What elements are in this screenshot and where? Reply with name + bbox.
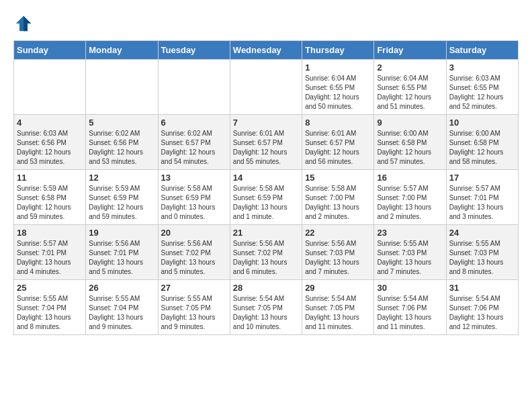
day-number: 14 bbox=[233, 173, 299, 183]
day-info: Sunrise: 5:55 AM Sunset: 7:05 PM Dayligh… bbox=[161, 294, 227, 332]
day-info: Sunrise: 5:57 AM Sunset: 7:00 PM Dayligh… bbox=[377, 184, 443, 222]
day-number: 20 bbox=[161, 228, 227, 238]
week-row-5: 25Sunrise: 5:55 AM Sunset: 7:04 PM Dayli… bbox=[14, 280, 519, 335]
day-number: 17 bbox=[449, 173, 515, 183]
day-cell: 7Sunrise: 6:01 AM Sunset: 6:57 PM Daylig… bbox=[230, 115, 302, 170]
day-info: Sunrise: 5:56 AM Sunset: 7:03 PM Dayligh… bbox=[305, 239, 371, 277]
day-cell: 14Sunrise: 5:58 AM Sunset: 6:59 PM Dayli… bbox=[230, 170, 302, 225]
day-number: 21 bbox=[233, 228, 299, 238]
day-number: 6 bbox=[161, 118, 227, 128]
day-cell: 19Sunrise: 5:56 AM Sunset: 7:01 PM Dayli… bbox=[86, 225, 158, 280]
day-number: 9 bbox=[377, 118, 443, 128]
day-cell: 13Sunrise: 5:58 AM Sunset: 6:59 PM Dayli… bbox=[158, 170, 230, 225]
logo-icon bbox=[13, 13, 34, 34]
day-info: Sunrise: 6:02 AM Sunset: 6:56 PM Dayligh… bbox=[89, 129, 154, 167]
day-number: 2 bbox=[377, 62, 443, 73]
day-number: 8 bbox=[305, 118, 371, 128]
day-cell: 21Sunrise: 5:56 AM Sunset: 7:02 PM Dayli… bbox=[230, 225, 302, 280]
weekday-header-saturday: Saturday bbox=[446, 41, 518, 60]
day-cell: 6Sunrise: 6:02 AM Sunset: 6:57 PM Daylig… bbox=[158, 115, 230, 170]
day-number: 3 bbox=[449, 62, 515, 73]
day-cell: 2Sunrise: 6:04 AM Sunset: 6:55 PM Daylig… bbox=[374, 60, 446, 115]
day-info: Sunrise: 6:04 AM Sunset: 6:55 PM Dayligh… bbox=[377, 74, 443, 111]
svg-marker-1 bbox=[24, 16, 31, 32]
day-info: Sunrise: 5:59 AM Sunset: 6:58 PM Dayligh… bbox=[17, 184, 83, 222]
day-cell: 27Sunrise: 5:55 AM Sunset: 7:05 PM Dayli… bbox=[158, 280, 230, 335]
day-number: 1 bbox=[305, 62, 371, 73]
header-row: SundayMondayTuesdayWednesdayThursdayFrid… bbox=[14, 41, 519, 60]
day-info: Sunrise: 5:56 AM Sunset: 7:02 PM Dayligh… bbox=[161, 239, 227, 277]
day-cell: 8Sunrise: 6:01 AM Sunset: 6:57 PM Daylig… bbox=[302, 115, 374, 170]
day-info: Sunrise: 5:56 AM Sunset: 7:02 PM Dayligh… bbox=[233, 239, 299, 277]
day-number: 11 bbox=[17, 173, 83, 183]
day-cell: 20Sunrise: 5:56 AM Sunset: 7:02 PM Dayli… bbox=[158, 225, 230, 280]
day-number: 7 bbox=[233, 118, 299, 128]
day-number: 27 bbox=[161, 283, 227, 293]
day-number: 19 bbox=[89, 228, 154, 238]
day-number: 5 bbox=[89, 118, 154, 128]
day-number: 23 bbox=[377, 228, 443, 238]
day-cell bbox=[14, 60, 86, 115]
day-info: Sunrise: 5:55 AM Sunset: 7:03 PM Dayligh… bbox=[377, 239, 443, 277]
weekday-header-monday: Monday bbox=[86, 41, 158, 60]
week-row-1: 1Sunrise: 6:04 AM Sunset: 6:55 PM Daylig… bbox=[14, 60, 519, 115]
day-cell: 4Sunrise: 6:03 AM Sunset: 6:56 PM Daylig… bbox=[14, 115, 86, 170]
day-cell: 23Sunrise: 5:55 AM Sunset: 7:03 PM Dayli… bbox=[374, 225, 446, 280]
day-info: Sunrise: 5:55 AM Sunset: 7:04 PM Dayligh… bbox=[17, 294, 83, 332]
page-header bbox=[13, 13, 519, 34]
day-cell: 11Sunrise: 5:59 AM Sunset: 6:58 PM Dayli… bbox=[14, 170, 86, 225]
day-cell: 25Sunrise: 5:55 AM Sunset: 7:04 PM Dayli… bbox=[14, 280, 86, 335]
day-cell: 18Sunrise: 5:57 AM Sunset: 7:01 PM Dayli… bbox=[14, 225, 86, 280]
day-number: 10 bbox=[449, 118, 515, 128]
day-info: Sunrise: 6:03 AM Sunset: 6:55 PM Dayligh… bbox=[449, 74, 515, 111]
day-info: Sunrise: 5:59 AM Sunset: 6:59 PM Dayligh… bbox=[89, 184, 154, 222]
day-info: Sunrise: 6:02 AM Sunset: 6:57 PM Dayligh… bbox=[161, 129, 227, 167]
day-number: 22 bbox=[305, 228, 371, 238]
day-info: Sunrise: 5:56 AM Sunset: 7:01 PM Dayligh… bbox=[89, 239, 154, 277]
day-number: 26 bbox=[89, 283, 154, 293]
day-number: 30 bbox=[377, 283, 443, 293]
week-row-2: 4Sunrise: 6:03 AM Sunset: 6:56 PM Daylig… bbox=[14, 115, 519, 170]
day-number: 24 bbox=[449, 228, 515, 238]
day-number: 12 bbox=[89, 173, 154, 183]
day-info: Sunrise: 6:01 AM Sunset: 6:57 PM Dayligh… bbox=[233, 129, 299, 167]
day-cell: 28Sunrise: 5:54 AM Sunset: 7:05 PM Dayli… bbox=[230, 280, 302, 335]
day-info: Sunrise: 5:54 AM Sunset: 7:05 PM Dayligh… bbox=[305, 294, 371, 332]
day-info: Sunrise: 6:01 AM Sunset: 6:57 PM Dayligh… bbox=[305, 129, 371, 167]
day-cell: 17Sunrise: 5:57 AM Sunset: 7:01 PM Dayli… bbox=[446, 170, 518, 225]
day-number: 18 bbox=[17, 228, 83, 238]
day-info: Sunrise: 5:58 AM Sunset: 7:00 PM Dayligh… bbox=[305, 184, 371, 222]
day-number: 4 bbox=[17, 118, 83, 128]
day-info: Sunrise: 5:58 AM Sunset: 6:59 PM Dayligh… bbox=[161, 184, 227, 222]
week-row-3: 11Sunrise: 5:59 AM Sunset: 6:58 PM Dayli… bbox=[14, 170, 519, 225]
weekday-header-wednesday: Wednesday bbox=[230, 41, 302, 60]
day-info: Sunrise: 5:55 AM Sunset: 7:04 PM Dayligh… bbox=[89, 294, 154, 332]
day-info: Sunrise: 5:57 AM Sunset: 7:01 PM Dayligh… bbox=[17, 239, 83, 277]
day-info: Sunrise: 6:00 AM Sunset: 6:58 PM Dayligh… bbox=[377, 129, 443, 167]
day-info: Sunrise: 6:04 AM Sunset: 6:55 PM Dayligh… bbox=[305, 74, 371, 111]
day-info: Sunrise: 5:54 AM Sunset: 7:06 PM Dayligh… bbox=[449, 294, 515, 332]
weekday-header-thursday: Thursday bbox=[302, 41, 374, 60]
day-cell bbox=[230, 60, 302, 115]
day-info: Sunrise: 6:00 AM Sunset: 6:58 PM Dayligh… bbox=[449, 129, 515, 167]
day-info: Sunrise: 5:57 AM Sunset: 7:01 PM Dayligh… bbox=[449, 184, 515, 222]
day-number: 15 bbox=[305, 173, 371, 183]
day-cell: 30Sunrise: 5:54 AM Sunset: 7:06 PM Dayli… bbox=[374, 280, 446, 335]
day-cell: 9Sunrise: 6:00 AM Sunset: 6:58 PM Daylig… bbox=[374, 115, 446, 170]
logo bbox=[13, 13, 36, 34]
day-info: Sunrise: 5:58 AM Sunset: 6:59 PM Dayligh… bbox=[233, 184, 299, 222]
weekday-header-sunday: Sunday bbox=[14, 41, 86, 60]
day-cell: 1Sunrise: 6:04 AM Sunset: 6:55 PM Daylig… bbox=[302, 60, 374, 115]
day-number: 13 bbox=[161, 173, 227, 183]
day-info: Sunrise: 5:54 AM Sunset: 7:06 PM Dayligh… bbox=[377, 294, 443, 332]
day-number: 16 bbox=[377, 173, 443, 183]
day-cell bbox=[86, 60, 158, 115]
day-number: 29 bbox=[305, 283, 371, 293]
day-cell: 26Sunrise: 5:55 AM Sunset: 7:04 PM Dayli… bbox=[86, 280, 158, 335]
day-cell: 16Sunrise: 5:57 AM Sunset: 7:00 PM Dayli… bbox=[374, 170, 446, 225]
day-cell bbox=[158, 60, 230, 115]
day-number: 31 bbox=[449, 283, 515, 293]
day-cell: 29Sunrise: 5:54 AM Sunset: 7:05 PM Dayli… bbox=[302, 280, 374, 335]
day-cell: 22Sunrise: 5:56 AM Sunset: 7:03 PM Dayli… bbox=[302, 225, 374, 280]
day-cell: 5Sunrise: 6:02 AM Sunset: 6:56 PM Daylig… bbox=[86, 115, 158, 170]
